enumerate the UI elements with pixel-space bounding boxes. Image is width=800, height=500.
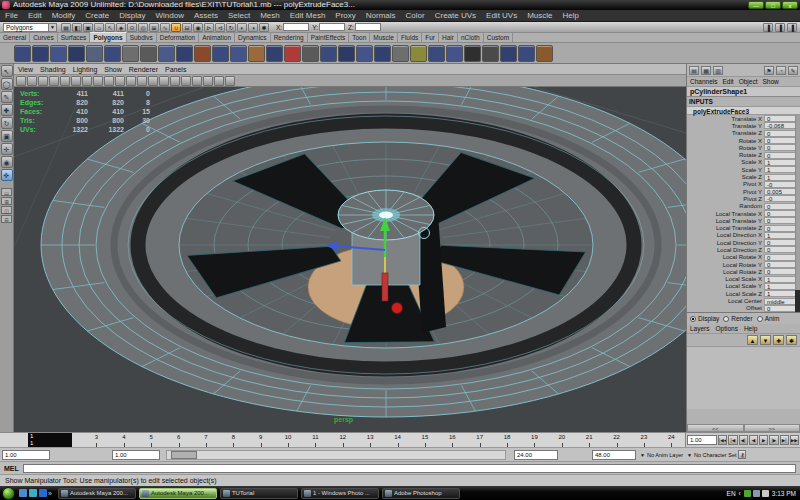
menu-item[interactable]: Normals [361, 10, 401, 22]
quicklaunch-icon[interactable] [39, 489, 47, 497]
frame-tick[interactable]: 17 [466, 433, 493, 448]
shelf-icon[interactable] [86, 45, 103, 62]
playback-end-field[interactable]: 24.00 [514, 450, 558, 460]
frame-tick[interactable]: 23 [630, 433, 657, 448]
status-icon[interactable]: ◉ [193, 23, 203, 32]
shelf-tab[interactable]: Toon [349, 33, 370, 42]
shelf-icon[interactable] [536, 45, 553, 62]
panel-toolbar-icon[interactable] [71, 76, 81, 86]
status-icon[interactable]: ↻ [226, 23, 236, 32]
panel-menu-item[interactable]: Panels [165, 66, 186, 73]
panel-toolbar-icon[interactable] [115, 76, 125, 86]
menu-item[interactable]: Edit [23, 10, 47, 22]
status-icon[interactable]: ◧ [72, 23, 82, 32]
frame-tick[interactable]: 9 [247, 433, 274, 448]
shelf-tab[interactable]: Hair [439, 33, 458, 42]
channel-name[interactable]: Local Translate Z [687, 225, 764, 231]
title-bar[interactable]: Autodesk Maya 2009 Unlimited: D:\Downloa… [0, 0, 800, 10]
tool-button[interactable]: ↖ [1, 65, 13, 77]
channel-name[interactable]: Local Direction Z [687, 247, 764, 253]
shelf-icon[interactable] [482, 45, 499, 62]
status-icon[interactable]: ▣ [83, 23, 93, 32]
panel-toolbar-icon[interactable] [16, 76, 26, 86]
range-slider-track[interactable] [166, 450, 506, 460]
frame-tick[interactable]: 14 [384, 433, 411, 448]
shelf-icon[interactable] [338, 45, 355, 62]
shelf-icon[interactable] [500, 45, 517, 62]
z-input[interactable] [355, 23, 381, 31]
channelbox-toolbar-icon[interactable]: ⚑ [764, 66, 774, 75]
panel-toolbar-icon[interactable] [170, 76, 180, 86]
status-icon[interactable]: ⊳ [204, 23, 214, 32]
frame-tick[interactable]: 6 [165, 433, 192, 448]
menu-item[interactable]: Create [80, 10, 114, 22]
shelf-tab[interactable]: Subdivs [127, 33, 157, 42]
frame-tick[interactable]: 18 [493, 433, 520, 448]
shelf-tab[interactable]: Rendering [271, 33, 308, 42]
shelf-icon[interactable] [410, 45, 427, 62]
menu-item[interactable]: Color [401, 10, 430, 22]
shelf-tab[interactable]: Dynamics [235, 33, 271, 42]
channel-name[interactable]: Local Direction X [687, 232, 764, 238]
status-icon[interactable]: ▤ [61, 23, 71, 32]
playback-start-field[interactable]: 1.00 [112, 450, 160, 460]
layer-editor-icon[interactable]: ✚ [773, 335, 784, 345]
time-ruler[interactable]: 123456789101112131415161718192021222324 … [0, 433, 686, 448]
anim-end-field[interactable]: 48.00 [592, 450, 636, 460]
frame-tick[interactable]: 24 [658, 433, 685, 448]
status-icon[interactable]: ⊟ [182, 23, 192, 32]
channel-name[interactable]: Local Scale Z [687, 291, 764, 297]
layer-menu-item[interactable]: Options [716, 325, 738, 332]
channel-name[interactable]: Offset [687, 305, 764, 311]
layer-menu-item[interactable]: Help [744, 325, 757, 332]
frame-tick[interactable]: 15 [411, 433, 438, 448]
mel-input[interactable] [23, 464, 796, 473]
status-icon[interactable]: ∿ [160, 23, 170, 32]
channelbox-scrollbar[interactable] [795, 115, 800, 312]
taskbar-button[interactable]: Adobe Photoshop [382, 488, 460, 499]
layer-editor-icon[interactable]: ▼ [760, 335, 771, 345]
shelf-tab[interactable]: Fluids [398, 33, 422, 42]
layer-mode-radio[interactable]: Display [690, 315, 719, 322]
anim-start-field[interactable]: 1.00 [2, 450, 50, 460]
channelbox-menu-item[interactable]: Edit [722, 78, 733, 85]
status-icon[interactable]: ◐ [237, 23, 247, 32]
close-button[interactable]: x [782, 1, 798, 9]
tool-button[interactable]: ◉ [1, 156, 13, 168]
shelf-tab[interactable]: Curves [30, 33, 58, 42]
shelf-icon[interactable] [446, 45, 463, 62]
frame-tick[interactable]: 21 [576, 433, 603, 448]
panel-toolbar-icon[interactable] [126, 76, 136, 86]
transport-button[interactable]: ◀ [749, 435, 758, 445]
current-frame-marker[interactable]: 1 1 [28, 433, 72, 448]
minimize-button[interactable]: — [748, 1, 764, 9]
shelf-icon[interactable] [230, 45, 247, 62]
shelf-tab[interactable]: Custom [484, 33, 513, 42]
taskbar-button[interactable]: Autodesk Maya 200... [139, 488, 217, 499]
panel-toolbar-icon[interactable] [203, 76, 213, 86]
scene-3d-wheel[interactable] [14, 87, 686, 432]
shelf-icon[interactable] [194, 45, 211, 62]
quicklaunch-icon[interactable] [29, 489, 37, 497]
panel-toolbar-icon[interactable] [27, 76, 37, 86]
frame-tick[interactable]: 5 [138, 433, 165, 448]
mel-label[interactable]: MEL [4, 465, 19, 472]
panel-toolbar-icon[interactable] [214, 76, 224, 86]
layout-button[interactable]: ◫ [1, 206, 12, 214]
status-icon[interactable]: ✱ [259, 23, 269, 32]
frame-tick[interactable]: 7 [192, 433, 219, 448]
shelf-icon[interactable] [212, 45, 229, 62]
tray-icon[interactable] [753, 490, 760, 497]
taskbar-button[interactable]: 1 - Windows Photo ... [301, 488, 379, 499]
channelbox-menu-item[interactable]: Object [739, 78, 758, 85]
panel-toolbar-icon[interactable] [159, 76, 169, 86]
shelf-icon[interactable] [68, 45, 85, 62]
shelf-tab[interactable]: nCloth [458, 33, 484, 42]
toggle-channel-box-icon[interactable]: ▐ [787, 23, 797, 32]
panel-toolbar-icon[interactable] [192, 76, 202, 86]
range-slider-thumb[interactable] [171, 451, 197, 459]
panel-toolbar-icon[interactable] [225, 76, 235, 86]
shelf-icon[interactable] [518, 45, 535, 62]
transport-button[interactable]: |▶ [769, 435, 778, 445]
range-prev-button[interactable]: << [687, 424, 744, 432]
